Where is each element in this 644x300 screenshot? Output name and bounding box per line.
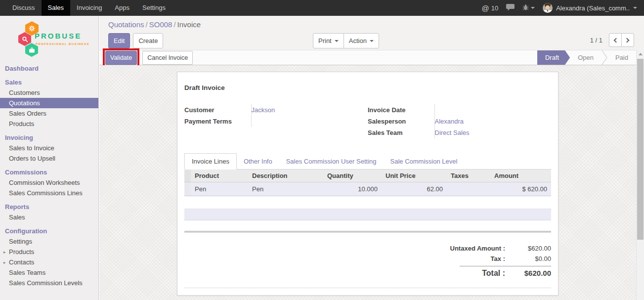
topbar-right: @ 10 Alexandra (Sales_comm..	[481, 3, 637, 13]
tax-value: $0.00	[512, 255, 551, 262]
sidebar-item-label: Settings	[9, 238, 32, 245]
expand-caret-icon[interactable]: ▸	[3, 249, 6, 256]
top-navbar: DiscussSalesInvoicingAppsSettings @ 10 A…	[0, 0, 644, 16]
sidebar-item-orders-to-upsell[interactable]: Orders to Upsell	[0, 153, 98, 164]
sidebar-item-label: Sales to Invoice	[9, 144, 54, 152]
totals-block: Untaxed Amount : $620.00 Tax : $0.00 Tot…	[432, 243, 551, 279]
field-label-customer: Customer	[184, 104, 251, 116]
validate-button[interactable]: Validate	[105, 51, 137, 65]
status-step-open: Open	[570, 50, 601, 65]
field-row: SalespersonAlexandra	[368, 116, 551, 127]
empty-list-row[interactable]	[184, 209, 551, 220]
pager-counter: 1 / 1	[590, 37, 602, 44]
action-button[interactable]: Action	[343, 33, 379, 48]
form-view-background: Draft Invoice CustomerJacksonPayment Ter…	[99, 65, 636, 300]
field-value-customer[interactable]: Jackson	[251, 104, 368, 116]
table-row[interactable]: PenPen10.00062.00$ 620.00	[184, 182, 551, 196]
expand-caret-icon[interactable]: ▸	[3, 259, 6, 266]
sidebar-item-label: Sales Commission Levels	[9, 279, 83, 287]
cell-taxes[interactable]	[447, 182, 490, 196]
field-value-salesperson[interactable]: Alexandra	[434, 116, 551, 127]
tax-label: Tax :	[432, 255, 512, 262]
cell-unit-price[interactable]: 62.00	[382, 182, 447, 196]
caret-down-icon	[633, 7, 637, 11]
status-step-draft: Draft	[537, 50, 570, 65]
tab-other-info[interactable]: Other Info	[237, 154, 279, 169]
sidebar: PROBUSE PROFESSIONAL BUSINESS DashboardS…	[0, 16, 99, 300]
scrollbar-up-button[interactable]	[637, 50, 644, 58]
sidebar-header-commissions[interactable]: Commissions	[0, 166, 98, 177]
sidebar-item-sales-teams[interactable]: Sales Teams	[0, 267, 98, 278]
tab-invoice-lines[interactable]: Invoice Lines	[184, 153, 237, 170]
cell-amount[interactable]: $ 620.00	[490, 182, 551, 196]
topbar-menu-settings[interactable]: Settings	[136, 0, 172, 16]
mention-count: 10	[491, 4, 498, 12]
field-value-payment-terms	[251, 116, 368, 127]
topbar-menu-invoicing[interactable]: Invoicing	[70, 0, 108, 16]
totals-separator	[460, 266, 551, 266]
debug-menu[interactable]	[522, 4, 535, 12]
tab-sale-commission-level[interactable]: Sale Commission Level	[384, 154, 465, 169]
create-button[interactable]: Create	[133, 33, 163, 48]
user-name: Alexandra (Sales_comm..	[556, 4, 630, 12]
sidebar-item-sales-commission-levels[interactable]: Sales Commission Levels	[0, 278, 98, 288]
sidebar-header-invoicing[interactable]: Invoicing	[0, 131, 98, 143]
sidebar-item-label: Contacts	[9, 258, 34, 266]
breadcrumb-so008[interactable]: SO008	[149, 20, 172, 29]
sidebar-item-commission-worksheets[interactable]: Commission Worksheets	[0, 177, 98, 188]
topbar-menu-apps[interactable]: Apps	[108, 0, 136, 16]
field-value-sales-team[interactable]: Direct Sales	[434, 127, 551, 138]
cancel-invoice-button[interactable]: Cancel Invoice	[142, 51, 193, 65]
sidebar-item-settings[interactable]: Settings	[0, 236, 98, 247]
sidebar-header-sales[interactable]: Sales	[0, 76, 98, 87]
sidebar-item-products[interactable]: ▸Products	[0, 247, 98, 257]
table-header-row: ProductDescriptionQuantityUnit PriceTaxe…	[184, 170, 551, 182]
status-steps: DraftOpenPaid	[537, 50, 636, 65]
topbar-menu-discuss[interactable]: Discuss	[6, 0, 42, 16]
cell-product[interactable]: Pen	[191, 182, 248, 196]
chevron-left-icon	[614, 38, 619, 43]
sidebar-item-quotations[interactable]: Quotations	[0, 98, 98, 108]
app-logo: PROBUSE PROFESSIONAL BUSINESS	[0, 20, 98, 62]
topbar-menu-sales[interactable]: Sales	[42, 0, 71, 16]
bug-icon	[522, 4, 529, 12]
breadcrumb-quotations[interactable]: Quotations	[108, 20, 144, 29]
sidebar-item-products[interactable]: Products	[0, 119, 98, 129]
field-value-invoice-date	[434, 104, 551, 116]
messages-menu[interactable]	[506, 4, 515, 12]
total-row: Total : $620.00	[432, 267, 551, 279]
caret-down-icon	[335, 40, 339, 44]
col-header-unit-price: Unit Price	[382, 170, 447, 182]
sidebar-item-label: Products	[9, 120, 34, 128]
sidebar-item-contacts[interactable]: ▸Contacts	[0, 257, 98, 267]
logo-subtitle: PROFESSIONAL BUSINESS	[36, 43, 89, 45]
sidebar-item-sales-commissions-lines[interactable]: Sales Commissions Lines	[0, 188, 98, 198]
sidebar-header-dashboard[interactable]: Dashboard	[0, 62, 98, 74]
edit-button[interactable]: Edit	[108, 33, 130, 48]
cell-quantity[interactable]: 10.000	[323, 182, 382, 196]
sidebar-item-sales[interactable]: Sales	[0, 212, 98, 222]
briefcase-icon	[29, 47, 35, 53]
sidebar-item-sales-to-invoice[interactable]: Sales to Invoice	[0, 143, 98, 153]
sidebar-item-customers[interactable]: Customers	[0, 87, 98, 98]
tab-sales-commission-user-setting[interactable]: Sales Commission User Setting	[279, 154, 384, 169]
sidebar-item-sales-orders[interactable]: Sales Orders	[0, 108, 98, 119]
chevron-right-icon	[625, 38, 630, 43]
pager-next-button[interactable]	[621, 33, 634, 47]
user-menu[interactable]: Alexandra (Sales_comm..	[543, 3, 637, 13]
cell-description[interactable]: Pen	[248, 182, 323, 196]
action-button-label: Action	[349, 37, 367, 44]
scrollbar-thumb[interactable]	[637, 59, 644, 240]
print-button[interactable]: Print	[313, 33, 344, 48]
mentions-counter[interactable]: @ 10	[481, 4, 498, 12]
sidebar-header-configuration[interactable]: Configuration	[0, 225, 98, 236]
main-area: Quotations/SO008/Invoice Edit Create Pri…	[99, 16, 644, 300]
logo-search-hexagon	[18, 32, 31, 46]
field-group-left: CustomerJacksonPayment Terms	[184, 104, 368, 138]
col-header-taxes: Taxes	[447, 170, 490, 182]
sidebar-header-reports[interactable]: Reports	[0, 201, 98, 212]
sidebar-item-label: Commission Worksheets	[9, 179, 80, 186]
pager-previous-button[interactable]	[609, 33, 622, 47]
caret-down-icon	[531, 7, 535, 11]
statusbar-buttons: Validate Cancel Invoice	[103, 48, 193, 67]
